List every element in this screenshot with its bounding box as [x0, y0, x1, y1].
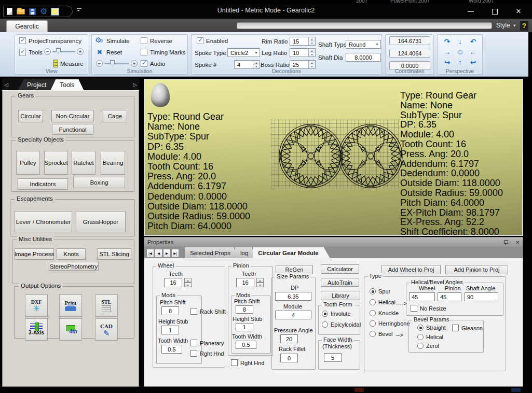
rack-fillet-field[interactable]: 0 [280, 354, 298, 362]
angles-wheel-field[interactable]: 45 [409, 292, 435, 301]
straight-radio[interactable]: Straight [417, 325, 446, 331]
herringbone-radio[interactable]: Herringbone [370, 320, 410, 327]
wheel-pitch-shift-field[interactable]: 8 [161, 306, 179, 315]
reset-button[interactable]: ✖ Reset [95, 48, 122, 56]
indicators-button[interactable]: Indicators [18, 178, 68, 190]
tab-prev-icon[interactable]: ◀ [155, 249, 162, 258]
audio-checkbox[interactable]: Audio [141, 60, 165, 67]
stl-slicing-button[interactable]: STL Slicing [97, 248, 131, 260]
ratchet-button[interactable]: Ratchet [72, 151, 96, 175]
pinion-teeth-spinner[interactable]: ▲▼ [256, 278, 264, 287]
zerol-radio[interactable]: Zerol [417, 343, 439, 349]
swing-left-icon[interactable]: ↩ [467, 57, 480, 67]
cad-export-button[interactable]: CAD ✎ [95, 318, 118, 341]
tab-selected-props[interactable]: Selected Props [185, 247, 240, 258]
tilt-up-icon[interactable]: ↑ [454, 57, 467, 67]
close-button[interactable]: × [511, 5, 526, 18]
pin-icon[interactable] [504, 240, 508, 245]
reset-view-face-icon[interactable]: ☺ [454, 47, 467, 57]
pan-right-icon[interactable]: → [441, 47, 454, 57]
pinion-height-stub-field[interactable]: 1 [236, 323, 253, 331]
gear-viewport[interactable]: Type: Round Gear Name: None SubType: Spu… [144, 79, 523, 236]
slider-minus-icon[interactable]: − [44, 48, 51, 55]
knots-button[interactable]: Knots [57, 248, 86, 260]
tab-next-icon[interactable]: ▶ [163, 249, 171, 258]
sprocket-button[interactable]: Sprocket [44, 151, 68, 175]
tab-scroll-left-icon[interactable]: ◁ [2, 82, 10, 90]
calculator-button[interactable]: Calculator [321, 264, 359, 274]
tab-circular-gear-module[interactable]: Circular Gear Module [253, 247, 330, 258]
slider-thumb[interactable] [110, 60, 115, 66]
slider-minus-icon[interactable]: − [96, 60, 103, 67]
grasshopper-button[interactable]: GrassHopper [76, 211, 126, 232]
tilt-down-icon[interactable]: ↓ [454, 36, 467, 47]
pinion-rght-hnd-checkbox[interactable]: Rght Hnd [231, 359, 264, 366]
functional-button[interactable]: Functional [52, 124, 93, 135]
module-field[interactable]: 4 [275, 311, 311, 319]
properties-close-icon[interactable]: × [515, 239, 520, 246]
simulation-speed-slider[interactable]: − + [96, 60, 138, 67]
transparency-slider[interactable]: − + [44, 48, 84, 55]
bearing-button[interactable]: Bearing [101, 151, 125, 175]
stereophotometry-button[interactable]: StereoPhotometry [49, 262, 99, 271]
angles-shaft-field[interactable]: 90 [465, 292, 498, 301]
wheel-teeth-spinner[interactable]: ▲▼ [184, 278, 192, 287]
measure-button[interactable]: Measure [53, 60, 84, 67]
tab-last-icon[interactable]: ▶| [171, 249, 179, 258]
pulley-button[interactable]: Pulley [16, 151, 40, 175]
involute-radio[interactable]: Involute [322, 311, 351, 317]
fourth-axis-button[interactable]: 4th [59, 318, 82, 341]
style-dropdown-icon[interactable]: ▾ [513, 23, 516, 28]
tab-first-icon[interactable]: |◀ [146, 249, 154, 258]
knuckle-radio[interactable]: Knuckle [370, 310, 399, 316]
sidebar-tab-project[interactable]: Project [18, 79, 56, 90]
three-axis-button[interactable]: 3-Axis [25, 318, 48, 341]
spoke-type-dropdown[interactable]: Circle2▾ [227, 48, 260, 57]
library-button[interactable]: Library [321, 291, 360, 300]
pressure-angle-field[interactable]: 20 [280, 334, 298, 343]
wheel-tooth-width-field[interactable]: 0.5 [161, 345, 182, 354]
non-circular-button[interactable]: Non-Circular [51, 110, 94, 122]
help-button[interactable]: ? [520, 21, 528, 31]
sidebar-tab-tools[interactable]: Tools [50, 79, 84, 90]
rotate-cw-icon[interactable]: ↷ [441, 36, 454, 47]
slider-plus-icon[interactable]: + [131, 60, 138, 67]
shaft-type-dropdown[interactable]: Round▾ [346, 40, 381, 49]
tab-scroll-right-icon[interactable]: ▷ [131, 82, 139, 90]
pan-left-icon[interactable]: ← [467, 47, 480, 57]
image-process-button[interactable]: Image Process [15, 248, 54, 260]
timing-marks-checkbox[interactable]: Timing Marks [141, 49, 186, 55]
reverse-checkbox[interactable]: Reverse [141, 37, 172, 44]
minimize-button[interactable] [463, 5, 479, 18]
epicylcoidal-radio[interactable]: Epicylcoidal [322, 321, 361, 328]
rotate-ccw-icon[interactable]: ↶ [467, 36, 480, 47]
print-button[interactable]: Print [59, 294, 82, 317]
add-wheel-to-proj-button[interactable]: Add Wheel to Proj [381, 265, 441, 274]
pinion-tooth-width-field[interactable]: 0.5 [236, 341, 256, 349]
planetary-checkbox[interactable]: Planetary [190, 340, 224, 346]
slider-plus-icon[interactable]: + [77, 48, 84, 55]
cage-button[interactable]: Cage [103, 110, 127, 122]
shaft-dia-field[interactable]: 8.0000 [346, 53, 381, 62]
rack-shift-checkbox[interactable]: Rack Shift [190, 308, 226, 315]
pinion-teeth-field[interactable]: 16 [236, 278, 254, 287]
tools-checkbox[interactable]: Tools [19, 49, 43, 55]
swing-right-icon[interactable]: ↪ [441, 57, 454, 67]
stl-export-button[interactable]: STL [95, 294, 118, 317]
dxf-export-button[interactable]: DXF ✳ [25, 294, 48, 317]
style-slider[interactable] [237, 22, 492, 29]
bevel-radio[interactable]: Bevel [370, 331, 393, 337]
autotrain-button[interactable]: AutoTrain [321, 278, 359, 287]
simulate-button[interactable]: ⚙⚙ Simulate [95, 37, 130, 45]
leg-ratio-spinner[interactable]: 10▲▼ [290, 48, 316, 57]
no-resize-checkbox[interactable]: No Resize [411, 305, 446, 312]
bevel-helical-radio[interactable]: Helical [417, 334, 443, 340]
slider-thumb[interactable] [56, 48, 61, 54]
wheel-teeth-field[interactable]: 16 [164, 278, 182, 287]
face-width-field[interactable]: 5 [324, 353, 342, 362]
helical-radio[interactable]: Helical [370, 299, 395, 305]
wheel-height-stub-field[interactable]: 1 [161, 326, 179, 334]
add-pinion-to-proj-button[interactable]: Add Pinion to Proj [445, 265, 508, 274]
gleason-checkbox[interactable]: Gleason [452, 325, 483, 331]
lever-chronometer-button[interactable]: Lever / Chronometer [15, 211, 72, 232]
